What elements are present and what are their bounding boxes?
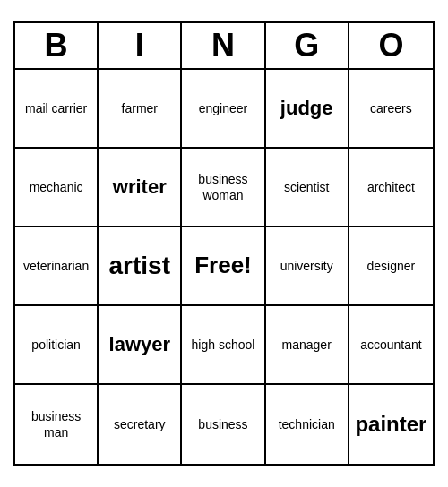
bingo-cell: veterinarian [15, 227, 99, 306]
bingo-cell: writer [99, 149, 182, 227]
bingo-cell: careers [349, 70, 433, 149]
header-letter: I [99, 23, 182, 68]
bingo-cell: business [182, 385, 265, 464]
bingo-cell: business woman [182, 149, 265, 227]
bingo-cell: artist [99, 227, 182, 306]
bingo-cell: secretary [99, 385, 182, 464]
bingo-header: BINGO [15, 23, 433, 70]
header-letter: G [266, 23, 349, 68]
bingo-cell: judge [266, 70, 349, 149]
bingo-cell: politician [15, 306, 99, 385]
header-letter: N [182, 23, 265, 68]
bingo-cell: mechanic [15, 149, 99, 227]
bingo-cell: accountant [349, 306, 433, 385]
bingo-cell: scientist [266, 149, 349, 227]
bingo-grid: mail carrierfarmerengineerjudgecareersme… [15, 70, 433, 464]
bingo-cell: designer [349, 227, 433, 306]
bingo-cell: engineer [182, 70, 265, 149]
bingo-card: BINGO mail carrierfarmerengineerjudgecar… [13, 21, 435, 466]
bingo-cell: architect [349, 149, 433, 227]
bingo-cell: farmer [99, 70, 182, 149]
bingo-cell: mail carrier [15, 70, 99, 149]
header-letter: B [15, 23, 99, 68]
bingo-cell: painter [349, 385, 433, 464]
bingo-cell: Free! [182, 227, 265, 306]
header-letter: O [349, 23, 433, 68]
bingo-cell: lawyer [99, 306, 182, 385]
bingo-cell: university [266, 227, 349, 306]
bingo-cell: high school [182, 306, 265, 385]
bingo-cell: business man [15, 385, 99, 464]
bingo-cell: manager [266, 306, 349, 385]
bingo-cell: technician [266, 385, 349, 464]
